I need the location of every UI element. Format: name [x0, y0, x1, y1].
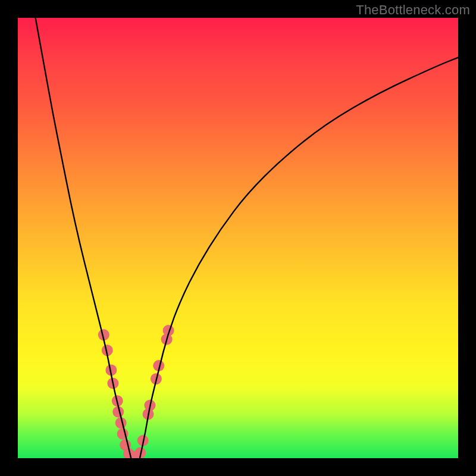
curve-left-branch — [36, 18, 131, 458]
outer-frame: TheBottleneck.com — [0, 0, 476, 476]
plot-area — [18, 18, 458, 458]
watermark-text: TheBottleneck.com — [356, 2, 470, 18]
curve-right-branch — [140, 58, 458, 458]
chart-svg — [18, 18, 458, 458]
marker-layer — [98, 325, 174, 458]
